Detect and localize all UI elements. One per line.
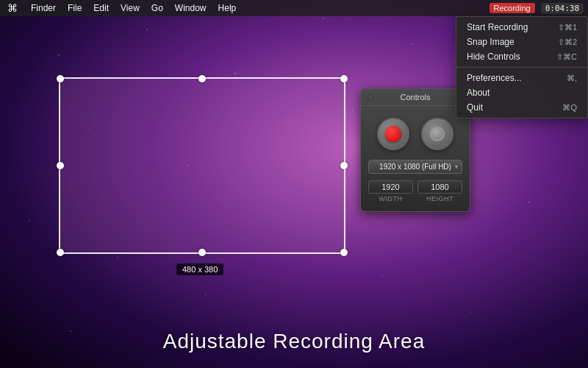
menu-hide-controls[interactable]: Hide Controls ⇧⌘C bbox=[456, 49, 587, 64]
menu-quit[interactable]: Quit ⌘Q bbox=[456, 100, 587, 115]
finder-menu[interactable]: Finder bbox=[25, 3, 62, 13]
handle-bottom-center[interactable] bbox=[198, 249, 206, 256]
bottom-title: Adjustable Recording Area bbox=[0, 330, 588, 353]
record-button[interactable] bbox=[377, 118, 409, 150]
apple-menu[interactable]: ⌘ bbox=[0, 2, 25, 14]
handle-top-left[interactable] bbox=[57, 75, 64, 82]
controls-panel: Controls 1920 x 1080 (Full HD) 1280 x 72… bbox=[360, 88, 470, 212]
controls-titlebar: Controls bbox=[361, 89, 470, 106]
resolution-selector[interactable]: 1920 x 1080 (Full HD) 1280 x 720 (HD) 64… bbox=[368, 159, 462, 174]
recording-badge: Recording bbox=[490, 3, 535, 13]
snap-button-icon bbox=[430, 127, 445, 141]
height-field: HEIGHT bbox=[417, 180, 462, 202]
file-menu[interactable]: File bbox=[62, 3, 87, 13]
desktop: ⌘ Finder File Edit View Go Window Help R… bbox=[0, 0, 588, 368]
width-input[interactable] bbox=[368, 180, 413, 194]
menu-separator-1 bbox=[456, 67, 587, 68]
handle-top-right[interactable] bbox=[340, 75, 348, 82]
edit-menu[interactable]: Edit bbox=[87, 3, 115, 13]
width-field: WIDTH bbox=[368, 180, 413, 202]
view-menu[interactable]: View bbox=[115, 3, 146, 13]
snap-button[interactable] bbox=[421, 118, 453, 150]
handle-bottom-right[interactable] bbox=[340, 249, 348, 256]
menu-preferences[interactable]: Preferences... ⌘, bbox=[456, 71, 587, 85]
dropdown-menu: Start Recording ⇧⌘1 Snap Image ⇧⌘2 Hide … bbox=[456, 16, 588, 118]
dimensions-label: 480 x 380 bbox=[176, 263, 223, 275]
timer-display: 0:04:38 bbox=[541, 3, 584, 14]
handle-middle-left[interactable] bbox=[57, 162, 64, 169]
controls-buttons bbox=[361, 106, 470, 159]
height-label: HEIGHT bbox=[417, 195, 462, 202]
go-menu[interactable]: Go bbox=[146, 3, 169, 13]
handle-bottom-left[interactable] bbox=[57, 249, 64, 256]
menubar: ⌘ Finder File Edit View Go Window Help R… bbox=[0, 0, 588, 16]
controls-dimensions: WIDTH HEIGHT bbox=[368, 180, 462, 202]
menu-snap-image[interactable]: Snap Image ⇧⌘2 bbox=[456, 35, 587, 49]
handle-middle-right[interactable] bbox=[340, 162, 348, 169]
height-input[interactable] bbox=[417, 180, 462, 194]
controls-close-button[interactable] bbox=[367, 93, 374, 101]
resolution-select[interactable]: 1920 x 1080 (Full HD) 1280 x 720 (HD) 64… bbox=[368, 160, 462, 174]
menubar-right: Recording 0:04:38 bbox=[490, 3, 589, 14]
record-button-icon bbox=[385, 126, 401, 142]
window-menu[interactable]: Window bbox=[169, 3, 212, 13]
menu-start-recording[interactable]: Start Recording ⇧⌘1 bbox=[456, 20, 587, 35]
recording-area[interactable] bbox=[59, 77, 345, 254]
width-label: WIDTH bbox=[368, 195, 413, 202]
menu-about[interactable]: About bbox=[456, 85, 587, 100]
help-menu[interactable]: Help bbox=[212, 3, 243, 13]
handle-top-center[interactable] bbox=[198, 75, 206, 82]
controls-title: Controls bbox=[401, 93, 431, 102]
